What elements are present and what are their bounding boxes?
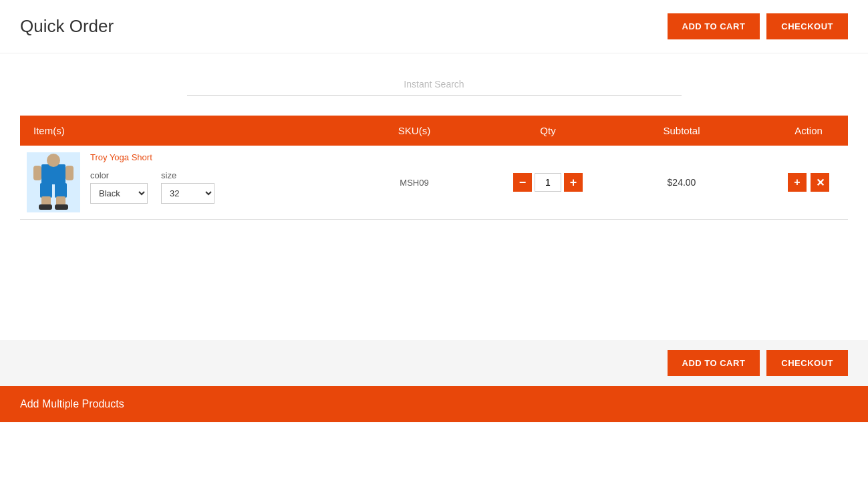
table-header: Item(s) SKU(s) Qty Subtotal Action: [20, 116, 848, 146]
checkout-button-bottom[interactable]: CHECKOUT: [766, 350, 848, 376]
product-image: [27, 152, 80, 212]
size-option-group: size 32: [161, 170, 214, 204]
subtotal-cell: $24.00: [615, 177, 748, 188]
sku-cell: MSH09: [347, 178, 481, 188]
svg-rect-7: [56, 196, 65, 206]
footer-bar: ADD TO CART CHECKOUT: [0, 340, 868, 386]
add-multiple-section: Add Multiple Products: [0, 386, 868, 422]
qty-cell: − +: [481, 173, 615, 192]
table-section: Item(s) SKU(s) Qty Subtotal Action: [0, 116, 868, 220]
qty-increase-button[interactable]: +: [564, 173, 583, 192]
qty-input[interactable]: [535, 173, 561, 192]
checkout-button-top[interactable]: CHECKOUT: [766, 13, 848, 39]
svg-rect-8: [39, 204, 52, 210]
add-to-cart-button-top[interactable]: ADD TO CART: [668, 13, 760, 39]
table-row: Troy Yoga Short color Black size 32: [20, 146, 848, 220]
col-action: Action: [748, 125, 868, 136]
product-image-svg: [27, 152, 80, 212]
product-name[interactable]: Troy Yoga Short: [90, 152, 214, 162]
search-section: [0, 53, 868, 109]
svg-rect-3: [65, 166, 74, 180]
product-info: Troy Yoga Short color Black size 32: [90, 152, 214, 204]
color-select[interactable]: Black: [90, 183, 148, 204]
product-cell: Troy Yoga Short color Black size 32: [27, 152, 347, 212]
page-title: Quick Order: [20, 16, 114, 37]
col-subtotal: Subtotal: [615, 125, 748, 136]
add-to-cart-button-bottom[interactable]: ADD TO CART: [668, 350, 760, 376]
col-skus: SKU(s): [347, 125, 481, 136]
svg-rect-2: [33, 166, 41, 180]
color-option-group: color Black: [90, 170, 148, 204]
svg-rect-6: [41, 196, 51, 206]
svg-point-10: [47, 154, 60, 167]
col-qty: Qty: [481, 125, 615, 136]
qty-decrease-button[interactable]: −: [513, 173, 532, 192]
color-label: color: [90, 170, 148, 180]
action-cell: + ✕: [748, 173, 868, 192]
page-wrapper: Quick Order ADD TO CART CHECKOUT Item(s)…: [0, 0, 868, 495]
col-items: Item(s): [27, 125, 347, 136]
svg-rect-5: [55, 183, 67, 198]
action-add-button[interactable]: +: [788, 173, 807, 192]
svg-rect-1: [41, 164, 65, 184]
search-input[interactable]: [187, 73, 682, 96]
size-label: size: [161, 170, 214, 180]
action-remove-button[interactable]: ✕: [811, 173, 829, 192]
size-select[interactable]: 32: [161, 183, 214, 204]
header: Quick Order ADD TO CART CHECKOUT: [0, 0, 868, 53]
add-multiple-label: Add Multiple Products: [20, 398, 124, 409]
svg-rect-9: [55, 204, 68, 210]
options-row: color Black size 32: [90, 170, 214, 204]
svg-rect-4: [40, 183, 52, 198]
header-buttons: ADD TO CART CHECKOUT: [668, 13, 848, 39]
